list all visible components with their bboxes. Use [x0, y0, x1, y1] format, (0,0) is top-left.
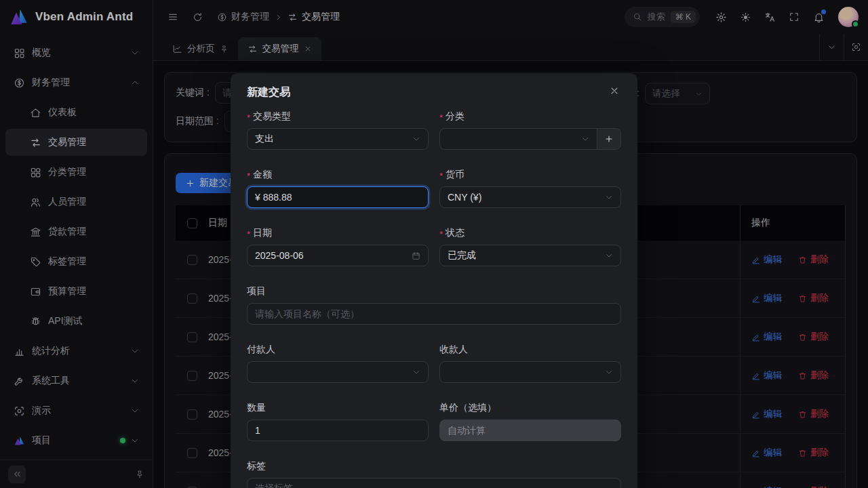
form-row-payer-payee: 付款人 收款人 [247, 342, 621, 383]
app-window: Vben Admin Antd 概览 财务管理 仪表板 交易管理 [0, 0, 868, 488]
required-asterisk: * [439, 171, 443, 181]
chevron-down-icon [412, 368, 420, 376]
chevron-down-icon [581, 135, 589, 143]
chevron-down-icon [412, 135, 420, 143]
quantity-input[interactable] [247, 420, 429, 441]
required-asterisk: * [247, 171, 250, 181]
field-payee: 收款人 [439, 342, 621, 383]
new-transaction-modal: 新建交易 *交易类型 支出 *分类 [231, 73, 637, 488]
currency-select[interactable]: CNY (¥) [439, 186, 621, 208]
payee-select[interactable] [439, 361, 621, 383]
unit-price-input [439, 420, 621, 441]
date-picker[interactable]: 2025-08-06 [247, 245, 429, 266]
tags-select[interactable]: 选择标签 [247, 478, 621, 488]
required-asterisk: * [439, 229, 443, 239]
field-tags: 标签 选择标签 [247, 459, 621, 488]
payer-select[interactable] [247, 361, 429, 383]
field-project: 项目 [247, 284, 621, 325]
field-amount: *金额 [247, 167, 429, 208]
field-payer: 付款人 [247, 342, 429, 383]
form-row-tags: 标签 选择标签 [247, 459, 621, 488]
calendar-icon [412, 251, 420, 260]
project-input[interactable] [247, 303, 621, 325]
required-asterisk: * [247, 113, 250, 123]
field-currency: *货币 CNY (¥) [439, 167, 621, 208]
form-row-type-category: *交易类型 支出 *分类 [247, 109, 621, 150]
field-unit-price: 单价（选填） [439, 401, 621, 441]
form-row-date-status: *日期 2025-08-06 *状态 已完成 [247, 226, 621, 266]
category-select[interactable] [439, 128, 597, 150]
field-quantity: 数量 [247, 401, 429, 441]
field-date: *日期 2025-08-06 [247, 226, 429, 266]
add-category-button[interactable] [597, 128, 621, 150]
chevron-down-icon [605, 193, 613, 201]
required-asterisk: * [439, 113, 443, 123]
close-icon [609, 85, 620, 96]
chevron-down-icon [605, 368, 613, 376]
form-row-amount-currency: *金额 *货币 CNY (¥) [247, 167, 621, 208]
chevron-down-icon [605, 251, 613, 260]
modal-header: 新建交易 [247, 84, 621, 100]
status-select[interactable]: 已完成 [439, 245, 621, 266]
plus-icon [604, 134, 614, 144]
field-transaction-type: *交易类型 支出 [247, 109, 429, 150]
transaction-type-select[interactable]: 支出 [247, 128, 429, 150]
modal-title: 新建交易 [247, 84, 290, 100]
modal-close-button[interactable] [608, 84, 621, 98]
amount-input[interactable] [247, 186, 429, 208]
form-row-quantity-price: 数量 单价（选填） [247, 401, 621, 441]
field-category: *分类 [439, 109, 621, 150]
required-asterisk: * [247, 229, 250, 239]
field-status: *状态 已完成 [439, 226, 621, 266]
form-row-project: 项目 [247, 284, 621, 325]
